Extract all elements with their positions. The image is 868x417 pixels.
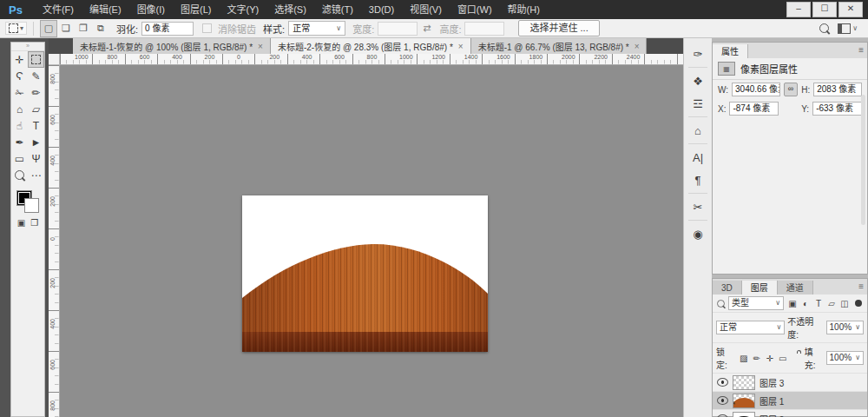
layer-height-input[interactable]: 2083 像素 bbox=[813, 83, 862, 96]
menu-item-e[interactable]: 编辑(E) bbox=[82, 0, 129, 19]
libraries-panel-icon[interactable]: ◉ bbox=[687, 223, 708, 244]
tool-presets-panel-icon[interactable]: ✂ bbox=[687, 196, 708, 217]
close-tab-icon[interactable]: × bbox=[635, 42, 640, 51]
brush-settings-panel-icon[interactable]: ✑ bbox=[687, 43, 708, 64]
filter-smart-objects-icon[interactable]: ◫ bbox=[838, 299, 851, 308]
path-selection-tool[interactable]: ► bbox=[28, 134, 44, 150]
panel-menu-icon[interactable]: ≡ bbox=[858, 281, 864, 291]
layer-y-input[interactable]: -633 像素 bbox=[812, 102, 862, 116]
fill-select[interactable]: 100% ∨ bbox=[826, 351, 864, 365]
antialias-checkbox[interactable] bbox=[202, 23, 212, 33]
style-select[interactable]: 正常 ∨ bbox=[288, 21, 345, 36]
filter-shape-layers-icon[interactable]: ▱ bbox=[825, 299, 838, 308]
swatches-panel-icon[interactable]: ❖ bbox=[687, 70, 708, 91]
document-tab-3[interactable]: 未标题-1 @ 66.7% (图层 13, RGB/8#) *× bbox=[471, 38, 647, 54]
eraser-tool[interactable]: ▱ bbox=[28, 101, 44, 117]
add-to-selection-button[interactable]: ❏ bbox=[57, 20, 75, 37]
minimize-button[interactable]: – bbox=[786, 2, 811, 17]
close-tab-icon[interactable]: × bbox=[458, 42, 464, 51]
horizontal-ruler[interactable]: 1000800600400200020040060080010001200140… bbox=[60, 54, 683, 65]
current-tool-preset[interactable]: ▾ bbox=[5, 22, 27, 35]
close-button[interactable]: ✕ bbox=[838, 2, 863, 17]
rectangular-marquee-tool[interactable] bbox=[28, 51, 44, 68]
panel-menu-icon[interactable]: ≡ bbox=[858, 45, 864, 55]
scrollbar[interactable] bbox=[861, 95, 865, 225]
edit-toolbar[interactable]: ⋯ bbox=[28, 167, 44, 183]
layer-name: 图层 1 bbox=[760, 394, 784, 407]
close-tab-icon[interactable]: × bbox=[258, 42, 263, 51]
vertical-ruler[interactable]: 80060040020002004006008001000 bbox=[49, 65, 60, 417]
shape-tool[interactable]: ▭ bbox=[11, 150, 28, 167]
height-input[interactable] bbox=[464, 22, 504, 36]
move-tool[interactable]: ✛ bbox=[11, 51, 28, 68]
antialias-label: 消除锯齿 bbox=[218, 22, 256, 36]
lock-position-icon[interactable]: ✛ bbox=[764, 354, 776, 363]
paragraph-panel-icon[interactable]: ¶ bbox=[687, 169, 708, 190]
lasso-tool[interactable]: Ϛ bbox=[11, 68, 28, 84]
maximize-button[interactable]: ☐ bbox=[812, 2, 837, 17]
filter-type-select[interactable]: 类型 ∨ bbox=[728, 296, 784, 310]
background-color-swatch[interactable] bbox=[24, 198, 39, 213]
opacity-select[interactable]: 100% ∨ bbox=[826, 321, 864, 334]
subtract-from-selection-button[interactable]: ❐ bbox=[75, 20, 92, 37]
filter-adjustment-layers-icon[interactable]: ◐ bbox=[799, 299, 812, 308]
menu-item-l[interactable]: 图层(L) bbox=[173, 0, 219, 19]
lock-artboard-icon[interactable]: ▭ bbox=[777, 354, 789, 363]
menu-item-i[interactable]: 图像(I) bbox=[129, 0, 173, 19]
layer-width-input[interactable]: 3040.66 像素 bbox=[732, 83, 780, 96]
menu-item-w[interactable]: 窗口(W) bbox=[450, 0, 500, 19]
menu-item-y[interactable]: 文字(Y) bbox=[219, 0, 266, 19]
new-selection-button[interactable]: ▢ bbox=[40, 20, 57, 37]
layer-x-input[interactable]: -874 像素 bbox=[729, 102, 779, 116]
clone-source-panel-icon[interactable]: ⌂ bbox=[687, 120, 708, 141]
type-tool[interactable]: T bbox=[28, 117, 44, 134]
blend-mode-select[interactable]: 正常 ∨ bbox=[716, 321, 785, 334]
swap-dimensions-icon[interactable]: ⇄ bbox=[423, 23, 431, 34]
menu-item-t[interactable]: 滤镜(T) bbox=[314, 0, 361, 19]
select-and-mask-button[interactable]: 选择并遮住 ... bbox=[518, 20, 599, 36]
hand-tool[interactable]: Ψ bbox=[28, 150, 44, 167]
feather-input[interactable]: 0 像素 bbox=[141, 22, 194, 36]
character-panel-icon[interactable]: A| bbox=[687, 147, 708, 168]
filter-pixel-layers-icon[interactable]: ▣ bbox=[786, 299, 799, 308]
visibility-eye-icon[interactable] bbox=[717, 396, 728, 405]
menu-item-s[interactable]: 选择(S) bbox=[266, 0, 314, 19]
quick-selection-tool[interactable]: ✎ bbox=[28, 68, 44, 84]
intersect-selection-button[interactable]: ⧉ bbox=[92, 20, 109, 37]
canvas-viewport[interactable] bbox=[60, 65, 683, 417]
menu-item-v[interactable]: 视图(V) bbox=[402, 0, 450, 19]
width-input[interactable] bbox=[378, 22, 418, 36]
lock-image-pixels-icon[interactable]: ✏ bbox=[751, 354, 763, 363]
filter-toggle-icon[interactable] bbox=[855, 300, 862, 307]
layer-row[interactable]: 图层 2 bbox=[713, 410, 867, 417]
brush-tool[interactable]: ✏ bbox=[28, 84, 44, 101]
lock-transparent-pixels-icon[interactable]: ▨ bbox=[738, 354, 750, 363]
zoom-tool[interactable] bbox=[11, 167, 28, 183]
workspace-switcher[interactable]: ∨ bbox=[838, 23, 858, 34]
document-tab-1[interactable]: 未标题-1-恢复的 @ 100% (图层 1, RGB/8#) *× bbox=[73, 38, 271, 54]
document-tab-2[interactable]: 未标题-2-恢复的 @ 28.3% (图层 1, RGB/8#) *× bbox=[271, 38, 471, 54]
clone-stamp-tool[interactable]: ⌂ bbox=[11, 101, 28, 117]
adjustments-panel-icon[interactable]: ☲ bbox=[687, 93, 708, 114]
menu-item-h[interactable]: 帮助(H) bbox=[500, 0, 548, 19]
layer-row[interactable]: 图层 3 bbox=[713, 374, 867, 392]
menu-item-dd[interactable]: 3D(D) bbox=[361, 0, 402, 19]
layer-row[interactable]: ✎图层 1 bbox=[713, 392, 867, 410]
search-icon[interactable] bbox=[819, 23, 829, 33]
tab-通道[interactable]: 通道 bbox=[778, 281, 813, 295]
tab-properties[interactable]: 属性 bbox=[713, 44, 748, 58]
quick-mask-button[interactable]: ▣ bbox=[17, 218, 25, 228]
visibility-eye-icon[interactable] bbox=[717, 378, 728, 387]
toolbar-grip[interactable]: » bbox=[11, 43, 44, 51]
canvas[interactable] bbox=[242, 195, 488, 352]
link-dimensions-icon[interactable]: ∞ bbox=[784, 83, 798, 96]
menu-item-f[interactable]: 文件(F) bbox=[35, 0, 82, 19]
eyedropper-tool[interactable]: ✁ bbox=[11, 84, 28, 101]
filter-type-layers-icon[interactable]: T bbox=[812, 299, 825, 308]
lock-all-icon[interactable] bbox=[790, 354, 802, 363]
screen-mode-button[interactable]: ❐ bbox=[30, 218, 38, 228]
tab-图层[interactable]: 图层 bbox=[742, 281, 778, 295]
smudge-tool[interactable]: ☝ bbox=[11, 117, 28, 134]
tab-3d[interactable]: 3D bbox=[713, 281, 742, 295]
pen-tool[interactable]: ✒ bbox=[11, 134, 28, 150]
